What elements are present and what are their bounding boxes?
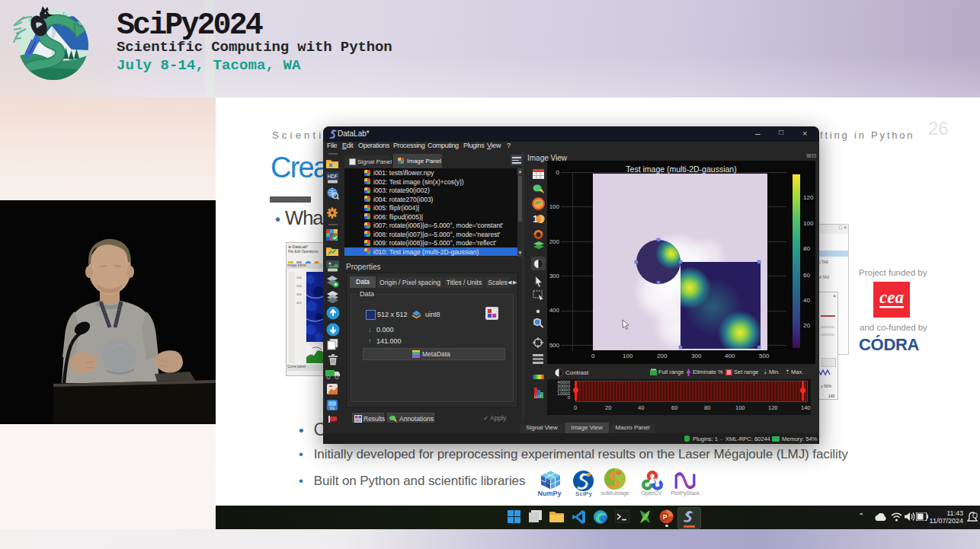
svg-text:P: P [663, 513, 668, 521]
svg-text:LUT: LUT [534, 394, 541, 399]
svg-text:HDF: HDF [328, 174, 338, 179]
svg-text:cea: cea [879, 288, 904, 307]
svg-text:IG: IG [330, 406, 335, 410]
svg-text:N: N [545, 480, 550, 488]
